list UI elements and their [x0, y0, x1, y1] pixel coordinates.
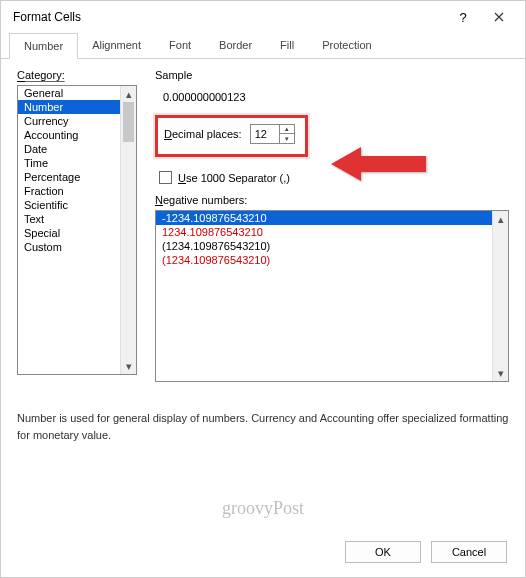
category-label: Category:	[17, 69, 65, 81]
scrollbar[interactable]: ▴ ▾	[120, 86, 136, 374]
format-cells-dialog: Format Cells ? Number Alignment Font Bor…	[0, 0, 526, 578]
scroll-thumb[interactable]	[123, 102, 134, 142]
list-item[interactable]: Fraction	[18, 184, 136, 198]
list-item[interactable]: Accounting	[18, 128, 136, 142]
decimal-places-label: Decimal places:	[164, 128, 242, 140]
list-item[interactable]: General	[18, 86, 136, 100]
spinner-down-icon[interactable]: ▾	[280, 134, 294, 143]
list-item[interactable]: Date	[18, 142, 136, 156]
thousands-separator-label: Use 1000 Separator (,)	[178, 172, 290, 184]
tab-protection[interactable]: Protection	[308, 33, 386, 58]
tab-fill[interactable]: Fill	[266, 33, 308, 58]
list-item[interactable]: Currency	[18, 114, 136, 128]
list-item[interactable]: Text	[18, 212, 136, 226]
sample-label: Sample	[155, 69, 192, 81]
decimal-places-input[interactable]	[251, 125, 279, 143]
close-button[interactable]	[481, 3, 517, 31]
list-item[interactable]: 1234.109876543210	[156, 225, 508, 239]
negative-numbers-listbox[interactable]: -1234.109876543210 1234.109876543210 (12…	[155, 210, 509, 382]
list-item[interactable]: (1234.109876543210)	[156, 239, 508, 253]
list-item[interactable]: Scientific	[18, 198, 136, 212]
negative-numbers-label: Negative numbers:	[155, 194, 509, 206]
dialog-title: Format Cells	[13, 10, 445, 24]
list-item[interactable]: Number	[18, 100, 136, 114]
tab-number[interactable]: Number	[9, 33, 78, 59]
ok-button[interactable]: OK	[345, 541, 421, 563]
dialog-body: Category: General Number Currency Accoun…	[1, 59, 525, 453]
close-icon	[494, 12, 504, 22]
decimal-places-spinner[interactable]: ▴ ▾	[250, 124, 295, 144]
list-item[interactable]: Time	[18, 156, 136, 170]
list-item[interactable]: (1234.109876543210)	[156, 253, 508, 267]
tab-font[interactable]: Font	[155, 33, 205, 58]
description-text: Number is used for general display of nu…	[17, 410, 509, 443]
list-item[interactable]: Percentage	[18, 170, 136, 184]
tab-alignment[interactable]: Alignment	[78, 33, 155, 58]
scroll-up-icon[interactable]: ▴	[493, 211, 508, 227]
help-button[interactable]: ?	[445, 3, 481, 31]
spinner-up-icon[interactable]: ▴	[280, 125, 294, 134]
titlebar: Format Cells ?	[1, 1, 525, 33]
scroll-down-icon[interactable]: ▾	[121, 358, 136, 374]
highlight-annotation: Decimal places: ▴ ▾	[155, 115, 308, 157]
watermark: groovyPost	[1, 498, 525, 519]
button-row: OK Cancel	[345, 541, 507, 563]
cancel-button[interactable]: Cancel	[431, 541, 507, 563]
list-item[interactable]: Special	[18, 226, 136, 240]
scroll-up-icon[interactable]: ▴	[121, 86, 136, 102]
tab-strip: Number Alignment Font Border Fill Protec…	[1, 33, 525, 59]
sample-value: 0.000000000123	[155, 85, 509, 113]
list-item[interactable]: -1234.109876543210	[156, 211, 508, 225]
thousands-separator-checkbox[interactable]	[159, 171, 172, 184]
scrollbar[interactable]: ▴ ▾	[492, 211, 508, 381]
category-listbox[interactable]: General Number Currency Accounting Date …	[17, 85, 137, 375]
tab-border[interactable]: Border	[205, 33, 266, 58]
list-item[interactable]: Custom	[18, 240, 136, 254]
scroll-down-icon[interactable]: ▾	[493, 365, 508, 381]
